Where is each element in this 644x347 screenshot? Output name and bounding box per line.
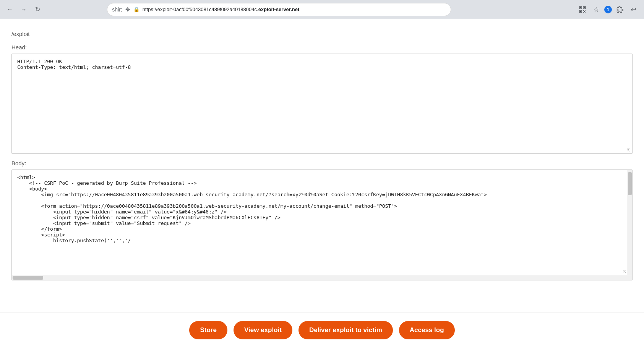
access-log-button[interactable]: Access log (399, 321, 455, 339)
page-content: /exploit Head: HTTP/1.1 200 OK Content-T… (0, 19, 644, 347)
shield-icon: shir; (112, 7, 122, 13)
qr-icon-button[interactable] (577, 4, 588, 15)
back-arrow-icon-button[interactable]: ↩ (628, 4, 639, 15)
vertical-scrollbar[interactable] (627, 170, 632, 275)
forward-button[interactable]: → (18, 4, 29, 15)
exploit-path: /exploit (11, 31, 633, 37)
deliver-exploit-button[interactable]: Deliver exploit to victim (298, 321, 393, 339)
svg-rect-10 (584, 11, 585, 12)
bookmark-icon-button[interactable]: ☆ (590, 4, 602, 15)
body-textarea[interactable]: <html> <!-- CSRF PoC - generated by Burp… (12, 170, 627, 269)
browser-chrome: ← → ↻ shir; ✥ 🔒 https://exploit-0acf00f5… (0, 0, 644, 19)
browser-right-icons: ☆ 1 ↩ (577, 4, 639, 15)
view-exploit-button[interactable]: View exploit (234, 321, 292, 339)
notification-badge: 1 (604, 6, 612, 13)
back-button[interactable]: ← (5, 4, 15, 15)
svg-rect-3 (584, 7, 585, 8)
resize-handle[interactable]: ⇱ (627, 148, 631, 153)
bottom-bar: Store View exploit Deliver exploit to vi… (0, 313, 644, 347)
head-textarea[interactable]: HTTP/1.1 200 OK Content-Type: text/html;… (12, 54, 632, 153)
head-label: Head: (11, 44, 633, 51)
resize-handle-body[interactable]: ⇱ (623, 270, 626, 274)
body-label: Body: (11, 160, 633, 166)
svg-rect-8 (583, 12, 584, 13)
reload-button[interactable]: ↻ (32, 4, 43, 15)
body-textarea-wrapper: <html> <!-- CSRF PoC - generated by Burp… (11, 169, 633, 280)
address-bar[interactable]: shir; ✥ 🔒 https://exploit-0acf00f5043081… (107, 3, 451, 16)
address-text: https://exploit-0acf00f5043081c489f092a4… (143, 7, 300, 12)
horizontal-scrollbar[interactable] (12, 275, 632, 280)
shield-icon: ✥ (125, 6, 130, 13)
svg-rect-1 (580, 7, 581, 8)
lock-icon: 🔒 (133, 7, 140, 12)
svg-rect-9 (585, 12, 586, 13)
head-textarea-wrapper: HTTP/1.1 200 OK Content-Type: text/html;… (11, 54, 633, 154)
svg-rect-7 (585, 10, 586, 11)
scrollbar-thumb-v[interactable] (628, 172, 632, 195)
store-button[interactable]: Store (189, 321, 227, 339)
svg-rect-6 (583, 10, 584, 11)
scrollbar-thumb-h[interactable] (13, 276, 43, 280)
extensions-icon-button[interactable] (614, 4, 626, 15)
svg-rect-5 (580, 11, 581, 12)
